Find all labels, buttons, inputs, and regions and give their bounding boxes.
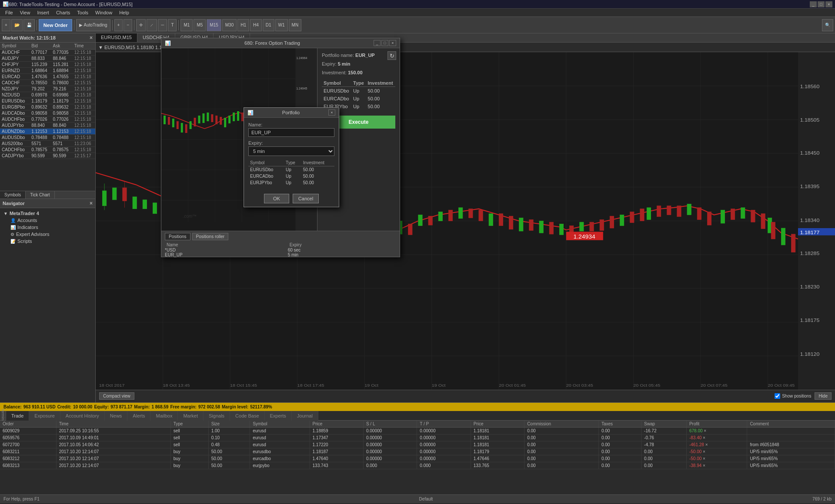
tab-journal[interactable]: Journal [292, 411, 318, 421]
market-watch-row[interactable]: EURCAD 1.47636 1.47655 12:15:18 [0, 74, 95, 80]
trade-row[interactable]: 60727002017.10.05 14:06:42sell0.48eurusd… [0, 441, 835, 448]
tab-signals[interactable]: Signals [204, 411, 230, 421]
market-watch-row[interactable]: EURNZD 1.68864 1.68894 12:15:18 [0, 68, 95, 74]
menu-file[interactable]: File [2, 9, 17, 16]
market-watch-row[interactable]: EURUSDbo 1.18179 1.18179 12:15:18 [0, 98, 95, 104]
tab-experts[interactable]: Experts [265, 411, 292, 421]
market-watch-row[interactable]: AUDJPY 88.833 88.846 12:15:18 [0, 56, 95, 62]
minimize-button[interactable]: _ [810, 1, 817, 7]
trade-row[interactable]: 60832132017.10.20 12:14:07buy50.00eurjpy… [0, 462, 835, 469]
menu-view[interactable]: View [17, 9, 34, 16]
close-trade-btn[interactable]: × [703, 456, 705, 461]
nav-metatrader4[interactable]: ▼ MetaTrader 4 [2, 210, 94, 217]
market-watch-row[interactable]: NZDUSD 0.69978 0.69986 12:15:18 [0, 92, 95, 98]
tab-positions-roller[interactable]: Positions roller [192, 233, 229, 240]
auto-trading-btn[interactable]: ▶ AutoTrading [76, 19, 110, 31]
show-positions-checkbox[interactable] [775, 393, 780, 399]
port-name-input[interactable] [248, 128, 334, 137]
tab-alerts[interactable]: Alerts [127, 411, 150, 421]
profit-value: -83.40 [689, 435, 701, 440]
new-order-button[interactable]: New Order [39, 19, 73, 31]
market-watch-row[interactable]: CADCHF 0.78550 0.78600 12:15:15 [0, 80, 95, 86]
tab-news[interactable]: News [105, 411, 128, 421]
zoom-out-btn[interactable]: − [124, 19, 132, 31]
nav-accounts[interactable]: 👤 Accounts [9, 217, 94, 224]
menu-window[interactable]: Window [92, 9, 116, 16]
market-watch-row[interactable]: AUDNZDbo 1.12153 1.12153 12:15:18 [0, 129, 95, 135]
free-margin-label: Free margin: [170, 405, 197, 409]
market-watch-row[interactable]: CHFJPY 115.239 115.281 12:15:18 [0, 62, 95, 68]
trade-row[interactable]: 60090292017.09.25 10:16:55sell1.00eurusd… [0, 428, 835, 434]
refresh-btn[interactable]: ↻ [387, 51, 396, 60]
crosshair-btn[interactable]: ✛ [136, 19, 146, 31]
h1-btn[interactable]: H1 [237, 19, 249, 31]
hline-btn[interactable]: ─ [158, 19, 167, 31]
market-watch-row[interactable]: NZDJPY 79.202 79.216 12:15:18 [0, 86, 95, 92]
compact-view-button[interactable]: Compact view [99, 392, 134, 400]
market-watch-row[interactable]: AUDUSDbo 0.78488 0.78488 12:15:18 [0, 135, 95, 141]
market-watch-row[interactable]: EURGBPbo 0.89632 0.89632 12:15:18 [0, 104, 95, 110]
m15-btn[interactable]: M15 [207, 19, 221, 31]
d1-btn[interactable]: D1 [263, 19, 274, 31]
tab-tick-chart[interactable]: Tick Chart [26, 191, 54, 199]
tab-account-history[interactable]: Account History [60, 411, 105, 421]
close-trade-btn[interactable]: × [703, 435, 705, 440]
forex-dialog-minimize[interactable]: _ [374, 40, 381, 46]
trade-cell-8: 1.47646 [471, 455, 524, 462]
trade-row[interactable]: 60832112017.10.20 12:14:07buy50.00eurusd… [0, 448, 835, 455]
maximize-button[interactable]: □ [818, 1, 825, 7]
close-trade-btn[interactable]: × [705, 442, 708, 447]
nav-indicators[interactable]: 📊 Indicators [9, 224, 94, 231]
trade-table-container[interactable]: OrderTimeTypeSizeSymbolPriceS / LT / PPr… [0, 421, 835, 494]
chart-tab-eurusd[interactable]: EURUSD,M15 [96, 33, 137, 42]
market-watch-row[interactable]: AUDCADbo 0.98058 0.98058 12:15:18 [0, 110, 95, 116]
h4-btn[interactable]: H4 [250, 19, 262, 31]
hide-button[interactable]: Hide [815, 392, 832, 400]
tab-mailbox[interactable]: Mailbox [150, 411, 178, 421]
close-trade-btn[interactable]: × [704, 428, 706, 433]
menu-insert[interactable]: Insert [33, 9, 53, 16]
trade-row[interactable]: 60832122017.10.20 12:14:07buy50.00eurcad… [0, 455, 835, 462]
tab-market[interactable]: Market [178, 411, 204, 421]
forex-dialog-close[interactable]: × [389, 40, 396, 46]
m30-btn[interactable]: M30 [222, 19, 237, 31]
menu-charts[interactable]: Charts [53, 9, 73, 16]
tab-positions[interactable]: Positions [165, 233, 190, 240]
close-trade-btn[interactable]: × [703, 449, 705, 454]
menu-help[interactable]: Help [116, 9, 133, 16]
market-watch-row[interactable]: AUDCHFbo 0.77026 0.77026 12:15:18 [0, 116, 95, 123]
menu-tools[interactable]: Tools [73, 9, 92, 16]
market-watch-row[interactable]: AUDCHF 0.77017 0.77035 12:15:18 [0, 50, 95, 56]
search-btn[interactable]: 🔍 [822, 19, 833, 31]
close-trade-btn[interactable]: × [703, 463, 705, 468]
nav-scripts[interactable]: 📝 Scripts [9, 238, 94, 245]
w1-btn[interactable]: W1 [275, 19, 288, 31]
close-button[interactable]: × [825, 1, 832, 7]
tab-exposure[interactable]: Exposure [29, 411, 60, 421]
market-watch-close[interactable]: × [90, 35, 93, 41]
m5-btn[interactable]: M5 [194, 19, 206, 31]
market-watch-row[interactable]: AUS200bo 5571 5571 11:23:06 [0, 141, 95, 147]
portfolio-cancel-button[interactable]: Cancel [293, 194, 319, 203]
mn-btn[interactable]: MN [289, 19, 302, 31]
portfolio-close-btn[interactable]: × [328, 109, 335, 116]
port-expiry-select[interactable]: 5 min 1 min 15 min 30 min 1 hour [248, 146, 334, 156]
navigator-close[interactable]: × [90, 200, 93, 206]
portfolio-ok-button[interactable]: OK [264, 194, 289, 203]
text-btn[interactable]: T [168, 19, 177, 31]
save-btn[interactable]: 💾 [23, 19, 35, 31]
forex-dialog-maximize[interactable]: □ [381, 40, 388, 46]
market-watch-row[interactable]: AUDJPYbo 88.840 88.840 12:15:18 [0, 123, 95, 129]
market-watch-row[interactable]: CADCHFbo 0.78575 0.78575 12:15:18 [0, 147, 95, 153]
trade-row[interactable]: 60595762017.10.09 14:49:01sell0.10eurusd… [0, 434, 835, 441]
tab-trade[interactable]: Trade [6, 411, 29, 421]
open-btn[interactable]: 📂 [11, 19, 23, 31]
zoom-in-btn[interactable]: + [114, 19, 123, 31]
m1-btn[interactable]: M1 [180, 19, 193, 31]
nav-expert-advisors[interactable]: ⚙ Expert Advisors [9, 231, 94, 238]
tab-symbols[interactable]: Symbols [0, 191, 26, 199]
market-watch-row[interactable]: CADJPYbo 90.599 90.599 12:15:17 [0, 153, 95, 159]
new-chart-btn[interactable]: + [2, 19, 10, 31]
tab-code-base[interactable]: Code Base [230, 411, 264, 421]
line-btn[interactable]: ⟋ [147, 19, 157, 31]
